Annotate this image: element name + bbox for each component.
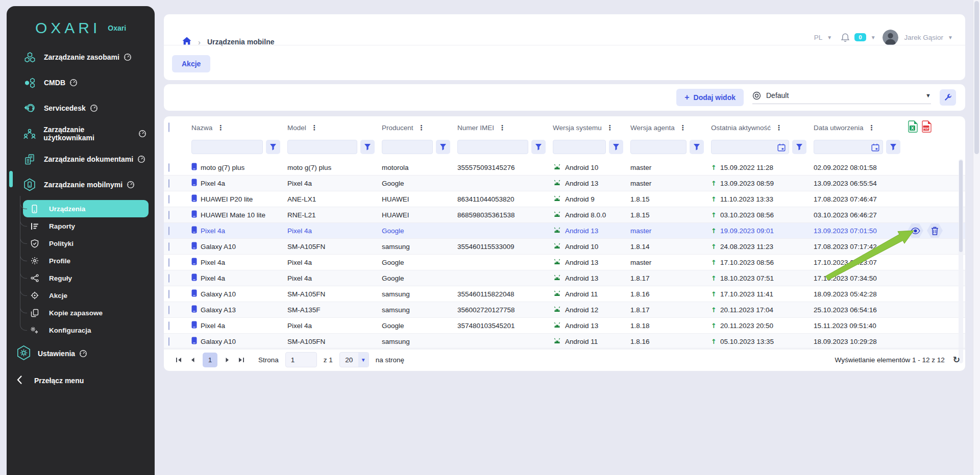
actions-button[interactable]: Akcje [172,55,210,72]
sidebar-item-mobile[interactable]: Zarządzanie mobilnymi [7,172,155,197]
filter-input[interactable] [553,140,606,154]
filter-funnel-button[interactable] [609,140,623,154]
filter-input[interactable] [287,140,357,154]
filter-input[interactable] [630,140,687,154]
select-all-checkbox[interactable] [168,122,169,132]
calendar-icon[interactable] [871,143,879,154]
row-checkbox[interactable] [168,337,169,346]
row-checkbox[interactable] [168,274,169,283]
page-size-select[interactable]: 20 ▼ [339,352,369,367]
row-checkbox[interactable] [168,242,169,251]
refresh-icon[interactable]: ↻ [953,355,960,365]
column-menu-icon[interactable]: ⋮ [679,123,687,132]
row-checkbox[interactable] [168,211,169,219]
filter-funnel-button[interactable] [360,140,375,154]
logo[interactable]: OXARI Oxari [7,17,155,39]
page-scrollbar[interactable] [973,0,980,475]
column-menu-icon[interactable]: ⋮ [418,123,425,132]
table-row[interactable]: moto g(7) plusmoto g(7) plusmotorola3555… [164,160,965,176]
filter-input[interactable] [191,140,263,154]
table-row[interactable]: Pixel 4aPixel 4aGoogleAndroid 13master↑1… [164,176,965,191]
sidebar-item-users[interactable]: Zarządzanie użytkownikami [7,121,155,146]
language-selector[interactable]: PL [814,34,823,41]
delete-row-button[interactable] [927,223,943,238]
user-menu-caret-icon[interactable]: ▼ [948,35,953,40]
cell-value: 13.09.2023 06:55:54 [814,180,877,187]
table-scrollbar[interactable] [959,159,963,363]
filter-input[interactable] [382,140,433,154]
filter-input[interactable] [814,140,883,154]
filter-input[interactable] [711,140,789,154]
table-row[interactable]: Galaxy A13SM-A135Fsamsung356002720127758… [164,302,965,318]
cell-value: 355575093145276 [457,164,515,171]
row-checkbox[interactable] [168,195,169,204]
filter-funnel-button[interactable] [792,140,806,154]
row-checkbox[interactable] [168,306,169,314]
next-page-button[interactable] [224,356,231,364]
sidebar-subitem-report[interactable]: Raporty [23,217,149,235]
filter-funnel-button[interactable] [436,140,450,154]
filter-funnel-button[interactable] [690,140,704,154]
sidebar-subitem-device[interactable]: Urządzenia [23,200,149,217]
row-checkbox[interactable] [168,179,169,188]
table-scrollbar-thumb[interactable] [959,160,963,252]
page-number-button[interactable]: 1 [203,353,217,367]
sidebar-item-assets[interactable]: Zarządzanie zasobami [7,44,155,70]
avatar[interactable] [883,30,898,45]
column-menu-icon[interactable]: ⋮ [606,123,614,132]
cell-value: moto g(7) plus [201,164,244,171]
sidebar-subitem-shield[interactable]: Polityki [23,235,149,252]
page-input[interactable] [285,352,317,367]
home-icon[interactable] [182,37,191,47]
add-view-button[interactable]: + Dodaj widok [676,89,744,106]
table-row[interactable]: Galaxy A10SM-A105FNsamsung35546011553300… [164,239,965,255]
column-menu-icon[interactable]: ⋮ [311,123,318,132]
sidebar-toggle[interactable]: Przełącz menu [7,370,155,391]
bell-icon[interactable] [841,33,850,42]
preview-row-button[interactable] [908,223,923,238]
row-checkbox[interactable] [168,227,169,235]
sidebar-subitem-target[interactable]: Akcje [23,287,149,304]
table-row[interactable]: Galaxy A10SM-A105FNsamsungAndroid 111.8.… [164,334,965,349]
sidebar-subitem-copy[interactable]: Kopie zapasowe [23,304,149,321]
column-menu-icon[interactable]: ⋮ [868,123,875,132]
last-page-button[interactable] [237,356,246,364]
row-checkbox[interactable] [168,258,169,267]
filter-funnel-button[interactable] [531,140,546,154]
row-checkbox[interactable] [168,290,169,298]
calendar-icon[interactable] [777,143,786,154]
row-checkbox[interactable] [168,163,169,172]
view-settings-wrench-button[interactable] [940,89,956,106]
filter-funnel-button[interactable] [266,140,280,154]
sidebar-item-documents[interactable]: Zarządzanie dokumentami [7,146,155,172]
sidebar-item-cmdb[interactable]: CMDB [7,70,155,95]
notification-caret-icon[interactable]: ▼ [871,35,876,40]
filter-funnel-button[interactable] [886,140,900,154]
table-row[interactable]: Pixel 4aPixel 4aGoogleAndroid 13master↑1… [164,223,965,239]
table-row[interactable]: Pixel 4aPixel 4aGoogleAndroid 131.8.17↑1… [164,270,965,286]
column-menu-icon[interactable]: ⋮ [217,123,224,132]
first-page-button[interactable] [175,356,183,364]
sidebar-subitem-gear[interactable]: Profile [23,252,149,269]
sidebar-subitem-share[interactable]: Reguły [23,269,149,287]
table-row[interactable]: Pixel 4aPixel 4aGoogleAndroid 13master↑1… [164,255,965,270]
user-name[interactable]: Jarek Gąsior [904,34,944,41]
table-row[interactable]: HUAWEI P20 liteANE-LX1HUAWEI863411044053… [164,191,965,207]
table-row[interactable]: Galaxy A10SM-A105FNsamsung35546011582204… [164,286,965,302]
filter-input[interactable] [457,140,528,154]
export-excel-icon[interactable]: X [908,120,918,135]
prev-page-button[interactable] [189,356,196,364]
table-row[interactable]: Pixel 4aPixel 4aGoogle357480103545201And… [164,318,965,334]
column-menu-icon[interactable]: ⋮ [499,123,506,132]
row-checkbox[interactable] [168,321,169,330]
page-scrollbar-thumb[interactable] [974,1,979,154]
export-pdf-icon[interactable]: PDF [921,120,932,135]
view-select[interactable]: Default ▼ [752,91,931,104]
sidebar-subitem-gears[interactable]: Konfiguracja [23,321,149,339]
notification-count-badge[interactable]: 0 [854,33,866,41]
language-caret-icon[interactable]: ▼ [827,35,832,40]
table-row[interactable]: HUAWEI Mate 10 liteRNE-L21HUAWEI86859803… [164,207,965,223]
column-menu-icon[interactable]: ⋮ [775,123,782,132]
sidebar-item-servicedesk[interactable]: Servicedesk [7,95,155,121]
sidebar-item-ustawienia[interactable]: Ustawienia [7,342,155,365]
